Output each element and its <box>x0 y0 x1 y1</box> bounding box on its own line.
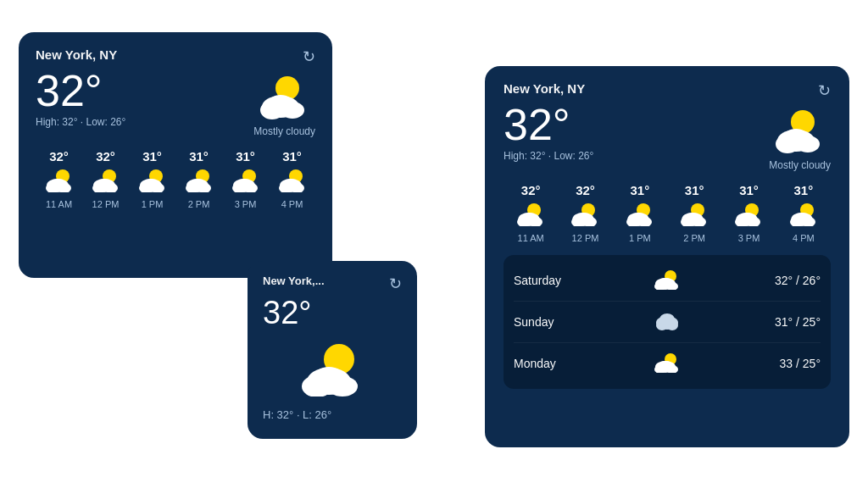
c3-hourly-2: 31° 1 PM <box>613 183 667 243</box>
weather-card-small: New York,... ↻ 32° H: 32° · L: 26° <box>248 261 417 439</box>
hourly-item-0: 32° 11 AM <box>36 149 82 209</box>
svg-point-44 <box>783 129 809 146</box>
svg-point-83 <box>659 313 675 325</box>
hourly-item-3: 31° 2 PM <box>175 149 222 209</box>
card1-location: New York, NY <box>36 47 117 62</box>
hourly-time-0: 11 AM <box>36 199 82 209</box>
svg-point-29 <box>236 179 252 189</box>
hourly-temp-0: 32° <box>36 149 82 164</box>
hourly-temp-5: 31° <box>269 149 315 164</box>
daily-icon-monday <box>581 351 753 376</box>
daily-day-monday: Monday <box>514 357 581 370</box>
card2-header: New York,... ↻ <box>263 274 402 293</box>
svg-point-79 <box>659 278 672 286</box>
daily-icon-saturday <box>581 268 753 293</box>
card3-hourly-row: 32° 11 AM 32° <box>504 183 831 243</box>
hourly-item-4: 31° 3 PM <box>222 149 269 209</box>
card3-condition: Mostly cloudy <box>769 159 831 171</box>
svg-point-64 <box>685 213 700 223</box>
hourly-temp-3: 31° <box>175 149 222 164</box>
card3-temp-block: 32° High: 32° · Low: 26° <box>504 102 593 162</box>
weather-card-large-left: New York, NY ↻ 32° High: 32° · Low: 26° … <box>19 32 332 278</box>
card1-weather-icon: Mostly cloudy <box>253 71 315 137</box>
svg-point-54 <box>576 213 591 223</box>
hourly-time-3: 2 PM <box>175 199 222 209</box>
hourly-icon-0 <box>36 167 82 196</box>
hourly-temp-1: 32° <box>82 149 129 164</box>
card2-location: New York,... <box>263 274 325 287</box>
hourly-icon-2 <box>129 167 175 196</box>
hourly-time-2: 1 PM <box>129 199 175 209</box>
card2-icon-block <box>263 339 402 400</box>
card2-hilow: H: 32° · L: 26° <box>263 408 402 421</box>
c3-hourly-1: 32° 12 PM <box>558 183 612 243</box>
svg-point-74 <box>794 213 810 223</box>
hourly-item-5: 31° 4 PM <box>269 149 315 209</box>
daily-row-sunday: Sunday 31° / 25° <box>514 302 821 343</box>
hourly-item-1: 32° 12 PM <box>82 149 129 209</box>
c3-hourly-4: 31° 3 PM <box>721 183 776 243</box>
hourly-icon-1 <box>82 167 129 196</box>
card1-temperature: 32° <box>36 68 125 114</box>
daily-temps-saturday: 32° / 26° <box>753 274 821 287</box>
svg-point-4 <box>268 95 293 112</box>
hourly-time-4: 3 PM <box>222 199 269 209</box>
card3-sun-cloud-svg <box>771 105 830 154</box>
card1-condition: Mostly cloudy <box>253 125 315 137</box>
card2-refresh-icon[interactable]: ↻ <box>389 274 402 293</box>
card3-main: 32° High: 32° · Low: 26° Mostly cloudy <box>504 102 831 171</box>
card1-header: New York, NY ↻ <box>36 47 315 66</box>
card3-refresh-icon[interactable]: ↻ <box>818 81 831 100</box>
hourly-icon-4 <box>222 167 269 196</box>
svg-point-24 <box>190 179 205 189</box>
card3-hilow: High: 32° · Low: 26° <box>504 150 593 162</box>
daily-temps-sunday: 31° / 25° <box>753 315 821 329</box>
card2-sun-cloud-svg <box>298 339 366 396</box>
card3-header: New York, NY ↻ <box>504 81 831 100</box>
svg-point-59 <box>631 213 646 223</box>
hourly-time-1: 12 PM <box>82 199 129 209</box>
svg-point-49 <box>521 213 537 223</box>
card1-main: 32° High: 32° · Low: 26° Mostly cloudy <box>36 68 315 137</box>
svg-point-39 <box>314 367 344 387</box>
hourly-item-2: 31° 1 PM <box>129 149 175 209</box>
card3-weather-icon: Mostly cloudy <box>769 105 831 171</box>
svg-point-9 <box>50 179 65 189</box>
svg-point-88 <box>659 361 672 369</box>
svg-point-14 <box>97 179 112 189</box>
card3-temperature: 32° <box>504 102 593 148</box>
c3-hourly-5: 31° 4 PM <box>776 183 831 243</box>
daily-row-saturday: Saturday 32° / 26° <box>514 260 821 302</box>
card1-hourly-row: 32° 11 AM 32° <box>36 149 315 209</box>
card1-temp-block: 32° High: 32° · Low: 26° <box>36 68 125 128</box>
card1-sun-cloud-svg <box>255 71 314 120</box>
c3-hourly-3: 31° 2 PM <box>667 183 721 243</box>
card3-daily-section: Saturday 32° / 26° Sunday <box>504 255 831 389</box>
hourly-temp-4: 31° <box>222 149 269 164</box>
hourly-temp-2: 31° <box>129 149 175 164</box>
daily-icon-sunday <box>581 309 753 335</box>
daily-row-monday: Monday 33 / 25° <box>514 343 821 384</box>
weather-card-large-right: New York, NY ↻ 32° High: 32° · Low: 26° … <box>485 66 849 447</box>
card1-refresh-icon[interactable]: ↻ <box>303 47 315 66</box>
c3-hourly-0: 32° 11 AM <box>504 183 558 243</box>
daily-day-sunday: Sunday <box>514 315 581 329</box>
card2-hilow-block: H: 32° · L: 26° <box>263 400 402 421</box>
svg-point-19 <box>143 179 159 189</box>
svg-point-69 <box>739 213 754 223</box>
card1-hilow: High: 32° · Low: 26° <box>36 116 125 128</box>
hourly-icon-3 <box>175 167 222 196</box>
daily-day-saturday: Saturday <box>514 274 581 287</box>
daily-temps-monday: 33 / 25° <box>753 357 821 370</box>
card2-temperature: 32° <box>263 297 402 330</box>
svg-point-34 <box>283 179 298 189</box>
card3-location: New York, NY <box>504 81 585 96</box>
hourly-time-5: 4 PM <box>269 199 315 209</box>
hourly-icon-5 <box>269 167 315 196</box>
